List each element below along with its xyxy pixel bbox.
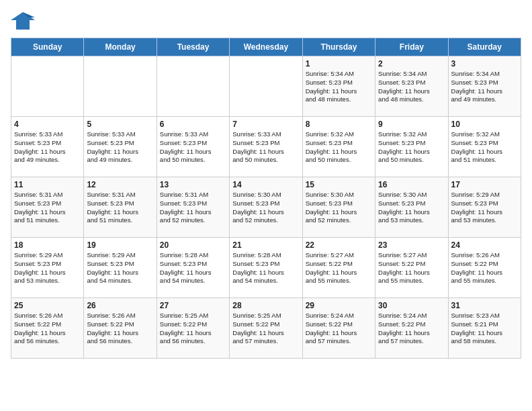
day-info: Sunrise: 5:30 AM Sunset: 5:23 PM Dayligh… bbox=[306, 191, 372, 225]
day-number: 27 bbox=[160, 301, 226, 310]
calendar-cell: 8Sunrise: 5:32 AM Sunset: 5:23 PM Daylig… bbox=[302, 117, 375, 177]
day-number: 31 bbox=[451, 301, 518, 310]
day-info: Sunrise: 5:31 AM Sunset: 5:23 PM Dayligh… bbox=[87, 191, 153, 225]
calendar-cell: 26Sunrise: 5:26 AM Sunset: 5:22 PM Dayli… bbox=[84, 298, 157, 359]
day-number: 29 bbox=[306, 301, 372, 310]
day-header: Thursday bbox=[302, 38, 375, 56]
calendar-cell: 10Sunrise: 5:32 AM Sunset: 5:23 PM Dayli… bbox=[448, 117, 521, 177]
calendar-cell: 19Sunrise: 5:29 AM Sunset: 5:23 PM Dayli… bbox=[84, 238, 157, 298]
day-number: 2 bbox=[378, 59, 445, 68]
calendar-week-row: 25Sunrise: 5:26 AM Sunset: 5:22 PM Dayli… bbox=[11, 298, 521, 359]
day-number: 15 bbox=[306, 180, 372, 189]
day-info: Sunrise: 5:33 AM Sunset: 5:23 PM Dayligh… bbox=[87, 130, 153, 165]
day-info: Sunrise: 5:27 AM Sunset: 5:22 PM Dayligh… bbox=[306, 251, 372, 285]
calendar-cell: 22Sunrise: 5:27 AM Sunset: 5:22 PM Dayli… bbox=[302, 238, 375, 298]
calendar-cell bbox=[84, 56, 157, 117]
day-number: 28 bbox=[232, 301, 299, 310]
calendar-table: SundayMondayTuesdayWednesdayThursdayFrid… bbox=[11, 38, 521, 359]
day-header: Friday bbox=[375, 38, 448, 56]
day-number: 18 bbox=[14, 240, 81, 250]
calendar-cell: 14Sunrise: 5:30 AM Sunset: 5:23 PM Dayli… bbox=[230, 177, 302, 238]
calendar-cell: 1Sunrise: 5:34 AM Sunset: 5:23 PM Daylig… bbox=[302, 56, 375, 117]
day-info: Sunrise: 5:23 AM Sunset: 5:21 PM Dayligh… bbox=[451, 312, 518, 346]
day-info: Sunrise: 5:33 AM Sunset: 5:23 PM Dayligh… bbox=[14, 130, 81, 165]
day-info: Sunrise: 5:29 AM Sunset: 5:23 PM Dayligh… bbox=[451, 191, 518, 225]
day-info: Sunrise: 5:26 AM Sunset: 5:22 PM Dayligh… bbox=[451, 251, 518, 285]
day-info: Sunrise: 5:33 AM Sunset: 5:23 PM Dayligh… bbox=[160, 130, 226, 165]
day-number: 22 bbox=[306, 240, 372, 250]
day-info: Sunrise: 5:26 AM Sunset: 5:22 PM Dayligh… bbox=[87, 312, 153, 346]
day-number: 21 bbox=[232, 240, 299, 250]
calendar-week-row: 4Sunrise: 5:33 AM Sunset: 5:23 PM Daylig… bbox=[11, 117, 521, 177]
calendar-cell: 23Sunrise: 5:27 AM Sunset: 5:22 PM Dayli… bbox=[375, 238, 448, 298]
day-info: Sunrise: 5:25 AM Sunset: 5:22 PM Dayligh… bbox=[232, 312, 299, 346]
calendar-cell: 29Sunrise: 5:24 AM Sunset: 5:22 PM Dayli… bbox=[302, 298, 375, 359]
day-number: 1 bbox=[306, 59, 372, 68]
day-info: Sunrise: 5:32 AM Sunset: 5:23 PM Dayligh… bbox=[451, 130, 518, 165]
calendar-cell bbox=[157, 56, 229, 117]
day-number: 30 bbox=[378, 301, 445, 310]
logo bbox=[11, 11, 38, 31]
calendar-cell bbox=[11, 56, 84, 117]
day-info: Sunrise: 5:32 AM Sunset: 5:23 PM Dayligh… bbox=[378, 130, 445, 165]
day-number: 11 bbox=[14, 180, 81, 189]
calendar-cell: 24Sunrise: 5:26 AM Sunset: 5:22 PM Dayli… bbox=[448, 238, 521, 298]
calendar-cell: 4Sunrise: 5:33 AM Sunset: 5:23 PM Daylig… bbox=[11, 117, 84, 177]
calendar-cell: 3Sunrise: 5:34 AM Sunset: 5:23 PM Daylig… bbox=[448, 56, 521, 117]
day-info: Sunrise: 5:29 AM Sunset: 5:23 PM Dayligh… bbox=[14, 251, 81, 285]
day-number: 14 bbox=[232, 180, 299, 189]
calendar-cell: 28Sunrise: 5:25 AM Sunset: 5:22 PM Dayli… bbox=[230, 298, 302, 359]
day-number: 16 bbox=[378, 180, 445, 189]
calendar-header-row: SundayMondayTuesdayWednesdayThursdayFrid… bbox=[11, 38, 521, 56]
calendar-cell: 2Sunrise: 5:34 AM Sunset: 5:23 PM Daylig… bbox=[375, 56, 448, 117]
day-number: 6 bbox=[160, 120, 226, 129]
calendar-week-row: 11Sunrise: 5:31 AM Sunset: 5:23 PM Dayli… bbox=[11, 177, 521, 238]
day-header: Saturday bbox=[448, 38, 521, 56]
day-header: Tuesday bbox=[157, 38, 229, 56]
day-number: 25 bbox=[14, 301, 81, 310]
calendar-cell: 15Sunrise: 5:30 AM Sunset: 5:23 PM Dayli… bbox=[302, 177, 375, 238]
day-number: 24 bbox=[451, 240, 518, 250]
day-info: Sunrise: 5:31 AM Sunset: 5:23 PM Dayligh… bbox=[160, 191, 226, 225]
day-number: 9 bbox=[378, 120, 445, 129]
day-header: Monday bbox=[84, 38, 157, 56]
logo-icon bbox=[11, 11, 35, 31]
svg-marker-0 bbox=[11, 12, 35, 30]
day-info: Sunrise: 5:33 AM Sunset: 5:23 PM Dayligh… bbox=[232, 130, 299, 165]
day-info: Sunrise: 5:24 AM Sunset: 5:22 PM Dayligh… bbox=[306, 312, 372, 346]
calendar-cell bbox=[230, 56, 302, 117]
calendar-cell: 17Sunrise: 5:29 AM Sunset: 5:23 PM Dayli… bbox=[448, 177, 521, 238]
day-number: 23 bbox=[378, 240, 445, 250]
day-number: 12 bbox=[87, 180, 153, 189]
calendar-cell: 9Sunrise: 5:32 AM Sunset: 5:23 PM Daylig… bbox=[375, 117, 448, 177]
calendar-cell: 18Sunrise: 5:29 AM Sunset: 5:23 PM Dayli… bbox=[11, 238, 84, 298]
day-number: 26 bbox=[87, 301, 153, 310]
header bbox=[11, 11, 521, 31]
day-number: 19 bbox=[87, 240, 153, 250]
day-info: Sunrise: 5:28 AM Sunset: 5:23 PM Dayligh… bbox=[160, 251, 226, 285]
day-number: 10 bbox=[451, 120, 518, 129]
day-number: 4 bbox=[14, 120, 81, 129]
calendar-cell: 6Sunrise: 5:33 AM Sunset: 5:23 PM Daylig… bbox=[157, 117, 229, 177]
calendar-cell: 11Sunrise: 5:31 AM Sunset: 5:23 PM Dayli… bbox=[11, 177, 84, 238]
day-info: Sunrise: 5:24 AM Sunset: 5:22 PM Dayligh… bbox=[378, 312, 445, 346]
day-info: Sunrise: 5:26 AM Sunset: 5:22 PM Dayligh… bbox=[14, 312, 81, 346]
day-number: 13 bbox=[160, 180, 226, 189]
day-number: 3 bbox=[451, 59, 518, 68]
calendar-cell: 16Sunrise: 5:30 AM Sunset: 5:23 PM Dayli… bbox=[375, 177, 448, 238]
calendar-cell: 13Sunrise: 5:31 AM Sunset: 5:23 PM Dayli… bbox=[157, 177, 229, 238]
day-info: Sunrise: 5:27 AM Sunset: 5:22 PM Dayligh… bbox=[378, 251, 445, 285]
day-info: Sunrise: 5:25 AM Sunset: 5:22 PM Dayligh… bbox=[160, 312, 226, 346]
calendar-cell: 7Sunrise: 5:33 AM Sunset: 5:23 PM Daylig… bbox=[230, 117, 302, 177]
calendar-cell: 30Sunrise: 5:24 AM Sunset: 5:22 PM Dayli… bbox=[375, 298, 448, 359]
calendar-cell: 25Sunrise: 5:26 AM Sunset: 5:22 PM Dayli… bbox=[11, 298, 84, 359]
day-number: 7 bbox=[232, 120, 299, 129]
day-header: Wednesday bbox=[230, 38, 302, 56]
day-info: Sunrise: 5:31 AM Sunset: 5:23 PM Dayligh… bbox=[14, 191, 81, 225]
day-info: Sunrise: 5:34 AM Sunset: 5:23 PM Dayligh… bbox=[306, 70, 372, 104]
day-number: 8 bbox=[306, 120, 372, 129]
day-number: 20 bbox=[160, 240, 226, 250]
calendar-cell: 21Sunrise: 5:28 AM Sunset: 5:23 PM Dayli… bbox=[230, 238, 302, 298]
day-info: Sunrise: 5:29 AM Sunset: 5:23 PM Dayligh… bbox=[87, 251, 153, 285]
calendar-cell: 5Sunrise: 5:33 AM Sunset: 5:23 PM Daylig… bbox=[84, 117, 157, 177]
